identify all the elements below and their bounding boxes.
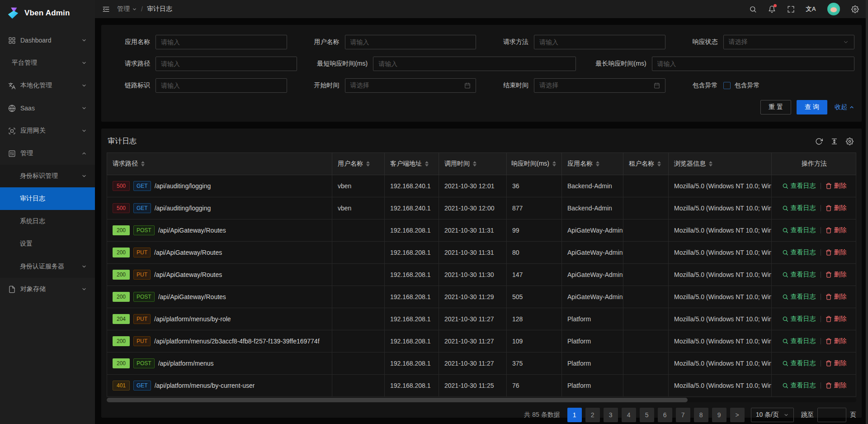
sidebar-item-6[interactable]: 身份标识管理: [0, 165, 95, 187]
response-status-select[interactable]: 请选择: [723, 35, 855, 49]
status-badge: 200: [113, 270, 130, 280]
delete-button[interactable]: 删除: [826, 337, 847, 345]
translate-icon[interactable]: 文A: [806, 5, 816, 13]
delete-button[interactable]: 删除: [826, 359, 847, 367]
min-response-time-input[interactable]: [373, 57, 576, 71]
page-button-3[interactable]: 3: [604, 408, 618, 422]
start-time-picker[interactable]: 请选择: [345, 78, 476, 93]
trash-icon: [826, 338, 832, 344]
call-time-cell: 2021-10-30 11:31: [439, 219, 507, 241]
trash-icon: [826, 316, 832, 322]
sidebar-item-9[interactable]: 设置: [0, 233, 95, 255]
view-log-button[interactable]: 查看日志: [782, 204, 816, 212]
search-icon: [782, 183, 788, 189]
sidebar-item-0[interactable]: Dashboard: [0, 29, 95, 52]
delete-button[interactable]: 删除: [826, 293, 847, 301]
delete-button[interactable]: 删除: [826, 204, 847, 212]
sidebar-item-10[interactable]: 身份认证服务器: [0, 255, 95, 278]
view-log-button[interactable]: 查看日志: [782, 293, 816, 301]
browser-cell: Mozilla/5.0 (Windows NT 10.0; Win: [669, 197, 772, 219]
sidebar-item-2[interactable]: 本地化管理: [0, 74, 95, 97]
end-time-picker[interactable]: 请选择: [534, 78, 665, 93]
action-divider: [821, 382, 821, 389]
notification-bell[interactable]: [768, 5, 776, 13]
horizontal-scrollbar-thumb[interactable]: [107, 398, 688, 402]
column-header-2[interactable]: 客户端地址: [385, 153, 439, 175]
view-log-button[interactable]: 查看日志: [782, 315, 816, 323]
page-size-select[interactable]: 10 条/页: [751, 408, 794, 422]
column-header-5[interactable]: 应用名称: [562, 153, 623, 175]
view-log-button[interactable]: 查看日志: [782, 248, 816, 257]
column-header-1[interactable]: 用户名称: [332, 153, 385, 175]
search-icon: [782, 294, 788, 300]
refresh-icon[interactable]: [815, 138, 823, 145]
jump-page-input[interactable]: [817, 408, 846, 422]
column-header-6[interactable]: 租户名称: [623, 153, 669, 175]
app-name-input[interactable]: [156, 35, 287, 49]
sidebar-item-4[interactable]: 应用网关: [0, 119, 95, 142]
user-name-cell: [332, 242, 385, 263]
breadcrumb-section[interactable]: 管理: [117, 5, 137, 13]
sidebar-item-1[interactable]: 平台管理: [0, 52, 95, 74]
sidebar-item-5[interactable]: 管理: [0, 142, 95, 165]
reset-button[interactable]: 重 置: [760, 100, 791, 114]
response-time-cell: 128: [507, 308, 562, 330]
trace-id-input[interactable]: [156, 78, 287, 93]
delete-button[interactable]: 删除: [826, 381, 847, 390]
page-button-5[interactable]: 5: [640, 408, 654, 422]
sidebar-item-3[interactable]: Saas: [0, 97, 95, 119]
page-button-4[interactable]: 4: [622, 408, 636, 422]
column-header-0[interactable]: 请求路径: [107, 153, 332, 175]
gear-icon[interactable]: [846, 138, 854, 145]
view-log-button[interactable]: 查看日志: [782, 271, 816, 279]
search-icon[interactable]: [749, 5, 757, 13]
delete-button[interactable]: 删除: [826, 226, 847, 234]
view-log-button[interactable]: 查看日志: [782, 226, 816, 234]
app-name-cell: Platform: [562, 308, 623, 330]
sidebar-item-8[interactable]: 系统日志: [0, 210, 95, 233]
user-name-input[interactable]: [345, 35, 476, 49]
collapse-filter-link[interactable]: 收起: [835, 103, 854, 111]
max-response-time-input[interactable]: [652, 57, 854, 71]
sidebar-collapse-icon[interactable]: [102, 5, 110, 13]
view-log-button[interactable]: 查看日志: [782, 381, 816, 390]
page-button-8[interactable]: 8: [694, 408, 708, 422]
sidebar-item-7[interactable]: 审计日志: [0, 187, 95, 210]
request-method-input[interactable]: [534, 35, 665, 49]
browser-cell: Mozilla/5.0 (Windows NT 10.0; Win: [669, 175, 772, 197]
window-scrollbar[interactable]: [866, 0, 868, 424]
has-exception-checkbox[interactable]: [723, 82, 731, 89]
avatar[interactable]: [827, 3, 840, 15]
gateway-icon: [8, 127, 16, 135]
delete-button[interactable]: 删除: [826, 315, 847, 323]
page-button-1[interactable]: 1: [567, 408, 582, 422]
gear-icon[interactable]: [851, 5, 859, 13]
request-path-input[interactable]: [156, 57, 297, 71]
logo[interactable]: Vben Admin: [0, 0, 95, 26]
page-button-9[interactable]: 9: [712, 408, 726, 422]
column-header-4[interactable]: 响应时间(ms): [507, 153, 562, 175]
start-time-label: 开始时间: [298, 81, 340, 90]
column-header-7[interactable]: 浏览器信息: [669, 153, 772, 175]
page-button-6[interactable]: 6: [658, 408, 672, 422]
query-button[interactable]: 查 询: [797, 100, 827, 114]
table-row: 200PUT/api/ApiGateway/Routes192.168.208.…: [107, 264, 856, 286]
response-time-cell: 147: [507, 264, 562, 286]
sidebar-menu: Dashboard平台管理本地化管理Saas应用网关管理身份标识管理审计日志系统…: [0, 26, 95, 424]
row-height-icon[interactable]: [830, 138, 838, 145]
page-button-2[interactable]: 2: [585, 408, 600, 422]
delete-button[interactable]: 删除: [826, 271, 847, 279]
fullscreen-icon[interactable]: [787, 5, 795, 13]
next-page-button[interactable]: >: [730, 408, 745, 422]
delete-button[interactable]: 删除: [826, 182, 847, 190]
column-header-3[interactable]: 调用时间: [439, 153, 507, 175]
delete-button[interactable]: 删除: [826, 248, 847, 257]
view-log-button[interactable]: 查看日志: [782, 337, 816, 345]
sidebar-item-11[interactable]: 对象存储: [0, 278, 95, 300]
page-button-7[interactable]: 7: [676, 408, 690, 422]
page-content: 应用名称用户名称请求方法响应状态请选择请求路径最短响应时间(ms)最长响应时间(…: [95, 18, 868, 424]
action-divider: [821, 205, 821, 211]
view-log-button[interactable]: 查看日志: [782, 182, 816, 190]
response-time-cell: 99: [507, 219, 562, 241]
view-log-button[interactable]: 查看日志: [782, 359, 816, 367]
